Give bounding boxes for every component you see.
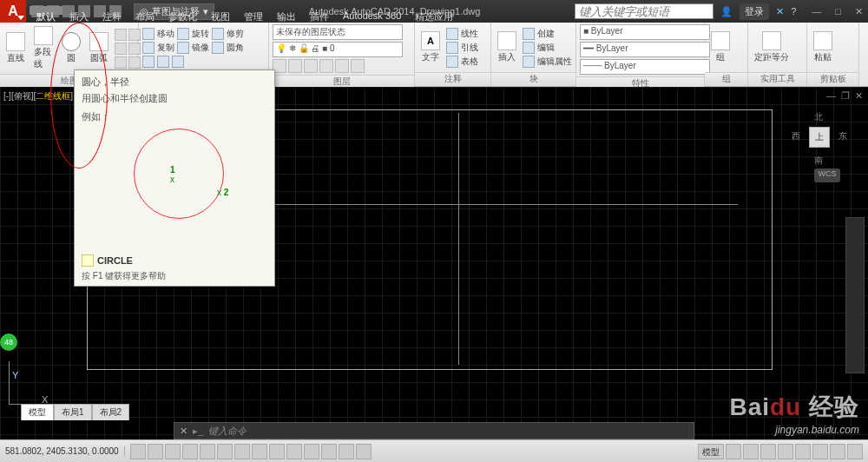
tab-manage[interactable]: 管理 — [237, 6, 270, 15]
text-button[interactable]: A文字 — [418, 30, 443, 65]
array-icon[interactable] — [172, 56, 184, 68]
help-icon[interactable]: ? — [791, 6, 796, 16]
table-button[interactable]: 表格 — [446, 56, 478, 68]
leader-button[interactable]: 引线 — [446, 42, 478, 54]
doc-close-icon[interactable]: ✕ — [855, 90, 863, 102]
app-menu-icon[interactable]: A — [0, 0, 26, 23]
layer-dd[interactable]: 💡 ❄ 🔓 🖨 ■ 0 — [273, 42, 403, 57]
command-line[interactable]: ✕ ▸_ 键入命令 — [174, 422, 694, 439]
sc-toggle[interactable] — [339, 444, 354, 459]
snap-toggle[interactable] — [130, 444, 146, 459]
panel-group: 组 组 — [705, 23, 748, 86]
coordinate-readout[interactable]: 581.0802, 2405.3130, 0.0000 — [0, 446, 125, 456]
tab-layout1[interactable]: 布局1 — [54, 404, 92, 420]
tooltip-command: CIRCLE — [82, 254, 133, 267]
create-block-button[interactable]: 创建 — [523, 28, 572, 40]
otrack-toggle[interactable] — [234, 444, 250, 459]
lwt-toggle[interactable] — [286, 444, 302, 459]
insert-block-button[interactable]: 插入 — [495, 30, 519, 65]
sb-r8[interactable] — [847, 444, 863, 459]
layer-match-icon[interactable] — [351, 59, 365, 73]
panel-group-title[interactable]: 组 — [705, 72, 747, 86]
lineweight-dd[interactable]: ━━ ByLayer — [580, 42, 710, 57]
tab-insert[interactable]: 插入 — [62, 6, 95, 15]
polyline-icon — [34, 26, 53, 45]
minimize-button[interactable]: — — [812, 6, 821, 17]
sb-r6[interactable] — [812, 444, 828, 459]
tab-a360[interactable]: Autodesk 360 — [336, 6, 408, 15]
ducs-toggle[interactable] — [252, 444, 267, 459]
copy-button[interactable]: 复制镜像圆角 — [142, 42, 244, 54]
measure-button[interactable]: 定距等分 — [752, 30, 792, 65]
sb-r2[interactable] — [743, 444, 759, 459]
close-button[interactable]: ✕ — [855, 6, 863, 17]
sb-r3[interactable] — [760, 444, 776, 459]
sb-r4[interactable] — [778, 444, 793, 459]
tab-featured[interactable]: 精选应用 — [408, 6, 460, 15]
osnap-toggle[interactable] — [200, 444, 215, 459]
view-cube[interactable]: 北 西 上 东 南 — [793, 111, 845, 163]
panel-clip-title[interactable]: 剪贴板 — [807, 72, 858, 86]
tab-view[interactable]: 视图 — [204, 6, 237, 15]
polyline-button[interactable]: 多段线 — [31, 24, 56, 72]
draw-flyout-grid[interactable] — [115, 29, 141, 69]
stretch-icon[interactable] — [142, 56, 155, 68]
search-input[interactable] — [575, 3, 713, 19]
tab-annotate[interactable]: 注释 — [95, 6, 128, 15]
tab-default[interactable]: 默认 — [30, 6, 62, 15]
panel-block-title[interactable]: 块 — [491, 72, 575, 86]
grid-toggle[interactable] — [148, 444, 163, 459]
close-cmd-icon[interactable]: ✕ — [180, 426, 187, 437]
tab-layout[interactable]: 布局 — [128, 6, 161, 15]
tab-model[interactable]: 模型 — [21, 404, 54, 420]
group-button[interactable]: 组 — [708, 30, 733, 65]
ortho-toggle[interactable] — [165, 444, 181, 459]
doc-minimize-icon[interactable]: — — [826, 90, 836, 102]
scale-icon[interactable] — [157, 56, 169, 68]
panel-util-title[interactable]: 实用工具 — [748, 72, 806, 86]
user-icon[interactable]: 👤 — [720, 6, 733, 17]
panel-annot-title[interactable]: 注释 — [415, 72, 490, 86]
tpy-toggle[interactable] — [304, 444, 319, 459]
qp-toggle[interactable] — [321, 444, 337, 459]
layer-iso-icon[interactable] — [288, 59, 302, 73]
tab-output[interactable]: 输出 — [270, 6, 303, 15]
modelspace-button[interactable]: 模型 — [698, 444, 724, 459]
am-toggle[interactable] — [356, 444, 372, 459]
doc-restore-icon[interactable]: ❐ — [841, 90, 850, 102]
page-badge: 48 — [0, 333, 17, 351]
viewport-label[interactable]: [-][俯视][二维线框] — [3, 90, 73, 102]
sb-r5[interactable] — [795, 444, 811, 459]
dyn-toggle[interactable] — [269, 444, 285, 459]
sb-r1[interactable] — [726, 444, 741, 459]
sb-r7[interactable] — [830, 444, 845, 459]
tab-layout2[interactable]: 布局2 — [92, 404, 130, 420]
panel-layer-title[interactable]: 图层 — [269, 75, 414, 88]
polar-toggle[interactable] — [182, 444, 198, 459]
tab-parametric[interactable]: 参数化 — [161, 6, 204, 15]
edit-attr-button[interactable]: 编辑属性 — [523, 56, 572, 68]
color-dd[interactable]: ■ ByLayer — [580, 24, 710, 40]
move-button[interactable]: 移动旋转修剪 — [142, 28, 244, 40]
paste-button[interactable]: 粘贴 — [811, 30, 835, 65]
panel-util: 定距等分 实用工具 — [748, 23, 807, 86]
layer-off-icon[interactable] — [319, 59, 333, 73]
circle-icon — [62, 32, 81, 51]
linetype-dd[interactable]: ─── ByLayer — [580, 59, 710, 75]
osnap3d-toggle[interactable] — [217, 444, 233, 459]
layer-state-dd[interactable]: 未保存的图层状态 — [273, 24, 403, 40]
cmd-arrow-icon: ▸_ — [193, 426, 203, 437]
navigation-bar[interactable] — [845, 217, 865, 373]
circle-button[interactable]: 圆 — [59, 30, 83, 66]
layer-lock-icon[interactable] — [335, 59, 349, 73]
edit-block-button[interactable]: 编辑 — [523, 42, 572, 54]
exchange-icon[interactable]: ✕ — [776, 6, 784, 17]
arc-button[interactable]: 圆弧 — [87, 30, 111, 66]
maximize-button[interactable]: □ — [835, 6, 841, 17]
layer-freeze-icon[interactable] — [304, 59, 318, 73]
login-button[interactable]: 登录 — [740, 3, 769, 20]
wcs-indicator[interactable]: WCS — [814, 168, 840, 182]
line-button[interactable]: 直线 — [3, 30, 28, 66]
tab-plugins[interactable]: 插件 — [303, 6, 336, 15]
linear-dim-button[interactable]: 线性 — [446, 28, 478, 40]
